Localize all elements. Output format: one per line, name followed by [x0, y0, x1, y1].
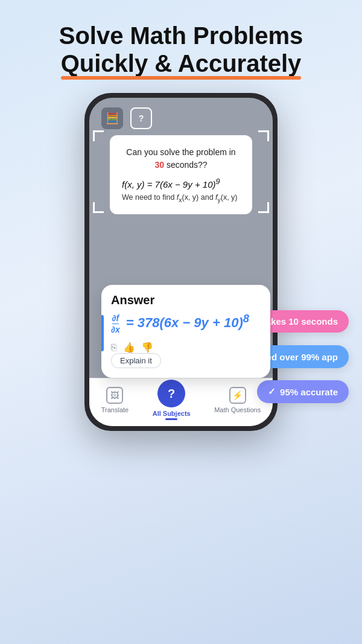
headline-line1: Solve Math Problems — [18, 22, 344, 49]
all-subjects-icon: ? — [157, 380, 185, 407]
corner-tl — [93, 130, 104, 141]
problem-formula: f(x, y) = 7(6x − 9y + 10)9 — [122, 177, 240, 190]
nav-translate[interactable]: 🖼 Translate — [101, 387, 129, 413]
nav-all-subjects[interactable]: ? All Subjects — [153, 380, 191, 420]
answer-card: Answer ∂f ∂x = 378(6x − 9y + 10)8 ⎘ 👍 👎 … — [101, 285, 270, 378]
copy-icon[interactable]: ⎘ — [111, 342, 117, 353]
answer-label: Answer — [111, 293, 261, 307]
nav-math-label: Math Questions — [214, 406, 261, 413]
calculator-icon[interactable]: 🧮 — [101, 107, 123, 129]
corner-bl — [93, 202, 104, 213]
answer-formula: ∂f ∂x = 378(6x − 9y + 10)8 — [111, 312, 261, 334]
fraction: ∂f ∂x — [111, 313, 120, 334]
nav-math-questions[interactable]: ⚡ Math Questions — [214, 387, 261, 413]
phone-toolbar: 🧮 ? — [89, 98, 273, 135]
scan-area: Can you solve the problem in 30 seconds?… — [98, 135, 264, 214]
thumbs-down-icon[interactable]: 👎 — [141, 342, 153, 353]
problem-question: Can you solve the problem in 30 seconds?… — [122, 146, 240, 171]
badge-accurate: ✓ 95% accurate — [257, 380, 349, 403]
header-section: Solve Math Problems Quickly & Accurately — [0, 0, 362, 87]
phone-mockup: 🧮 ? Can you solve the problem in 30 seco… — [84, 93, 278, 431]
answer-actions: ⎘ 👍 👎 — [111, 342, 261, 353]
problem-subtext: We need to find fx(x, y) and fy(x, y) — [122, 193, 240, 203]
nav-active-indicator — [165, 418, 177, 420]
nav-all-subjects-label: All Subjects — [153, 410, 191, 417]
help-icon[interactable]: ? — [130, 107, 152, 129]
answer-accent-bar — [101, 315, 104, 351]
nav-translate-label: Translate — [101, 406, 129, 413]
corner-br — [258, 202, 269, 213]
math-questions-icon: ⚡ — [229, 387, 246, 404]
explain-button[interactable]: Explain it — [111, 353, 161, 368]
corner-tr — [258, 130, 269, 141]
headline-line2: Quickly & Accurately — [61, 49, 302, 77]
phone-screen: 🧮 ? Can you solve the problem in 30 seco… — [89, 98, 273, 426]
translate-icon: 🖼 — [106, 387, 123, 404]
thumbs-up-icon[interactable]: 👍 — [123, 342, 135, 353]
phone-section: 🧮 ? Can you solve the problem in 30 seco… — [0, 93, 362, 431]
check-icon: ✓ — [268, 386, 276, 397]
underline-decoration — [61, 76, 302, 80]
problem-card: Can you solve the problem in 30 seconds?… — [110, 135, 252, 214]
bottom-nav: 🖼 Translate ? All Subjects ⚡ Math Questi… — [89, 378, 273, 426]
